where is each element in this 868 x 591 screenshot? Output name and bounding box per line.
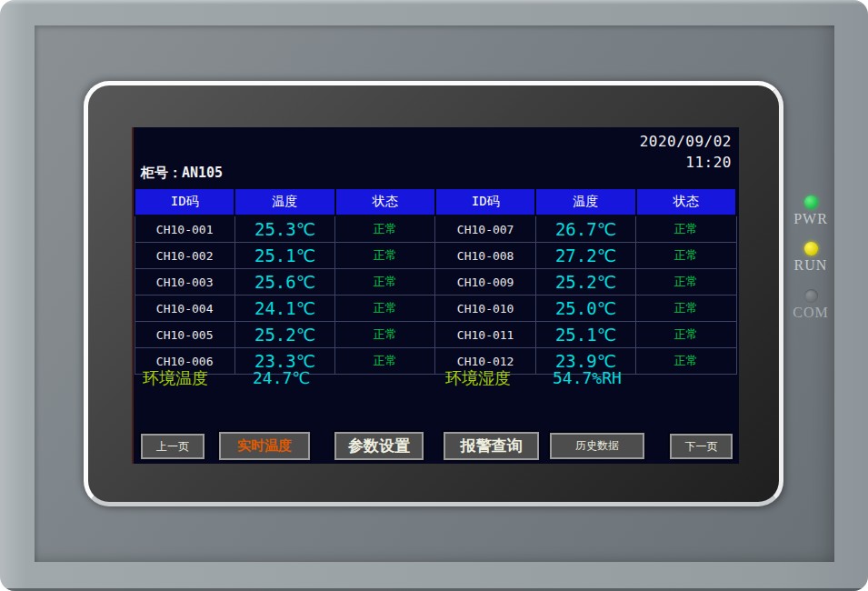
status-cell: 正常: [636, 322, 736, 348]
ambient-temperature-label: 环境温度: [143, 367, 208, 389]
ambient-temperature-value: 24.7℃: [253, 368, 311, 387]
temperature-cell: 25.2℃: [234, 322, 334, 348]
status-cell: 正常: [335, 322, 435, 348]
alarm-query-button[interactable]: 报警查询: [444, 432, 539, 460]
run-led-label: RUN: [787, 257, 834, 274]
run-led-icon: [804, 242, 818, 255]
history-data-button[interactable]: 历史数据: [550, 433, 644, 459]
hmi-device-bezel: 2020/09/02 11:20 柜号：AN105 ID码 温度 状态 ID码 …: [0, 0, 868, 591]
status-cell: 正常: [636, 296, 736, 322]
channel-id-cell: CH10-009: [435, 269, 535, 296]
status-cell: 正常: [636, 215, 736, 243]
header-temp-col-1: 温度: [234, 188, 334, 215]
temperature-cell: 25.1℃: [535, 322, 635, 348]
next-page-button[interactable]: 下一页: [670, 434, 733, 459]
channel-id-cell: CH10-008: [435, 243, 535, 269]
header-temp-col-2: 温度: [535, 188, 635, 215]
time-display: 11:20: [685, 154, 732, 171]
channel-id-cell: CH10-004: [135, 296, 234, 322]
status-cell: 正常: [335, 243, 435, 269]
channel-id-cell: CH10-005: [135, 322, 234, 348]
cabinet-id-label: 柜号：AN105: [141, 165, 223, 182]
temperature-cell: 26.7℃: [535, 215, 635, 243]
table-row: CH10-004 24.1℃ 正常 CH10-010 25.0℃ 正常: [135, 296, 736, 322]
table-row: CH10-006 23.3℃ 正常 CH10-012 23.9℃ 正常: [135, 348, 736, 375]
channel-temperature-table: ID码 温度 状态 ID码 温度 状态 CH10-001 25.3℃ 正常 CH…: [134, 187, 737, 375]
temperature-cell: 24.1℃: [234, 296, 334, 322]
status-cell: 正常: [636, 243, 736, 269]
param-settings-button[interactable]: 参数设置: [334, 432, 424, 460]
power-led-label: PWR: [787, 211, 834, 227]
com-led-label: COM: [787, 305, 834, 321]
run-led-group: RUN: [787, 242, 834, 274]
table-row: CH10-001 25.3℃ 正常 CH10-007 26.7℃ 正常: [135, 215, 736, 243]
header-status-col-2: 状态: [636, 188, 736, 215]
com-led-group: COM: [787, 289, 834, 321]
header-id-col-1: ID码: [135, 188, 234, 215]
temperature-cell: 25.2℃: [535, 269, 635, 296]
table-row: CH10-003 25.6℃ 正常 CH10-009 25.2℃ 正常: [135, 269, 736, 296]
header-status-col-1: 状态: [335, 188, 435, 215]
ambient-humidity-label: 环境湿度: [445, 367, 511, 389]
channel-id-cell: CH10-010: [435, 296, 535, 322]
table-row: CH10-005 25.2℃ 正常 CH10-011 25.1℃ 正常: [135, 322, 736, 348]
status-cell: 正常: [335, 269, 435, 296]
temperature-cell: 25.6℃: [234, 269, 334, 296]
temperature-cell: 27.2℃: [535, 243, 635, 269]
realtime-temp-button[interactable]: 实时温度: [219, 432, 310, 460]
channel-id-cell: CH10-001: [135, 215, 234, 243]
channel-id-cell: CH10-007: [435, 215, 535, 243]
prev-page-button[interactable]: 上一页: [141, 434, 205, 459]
channel-id-cell: CH10-003: [135, 269, 234, 296]
power-led-group: PWR: [787, 195, 834, 227]
channel-id-cell: CH10-002: [135, 243, 234, 269]
date-display: 2020/09/02: [640, 133, 732, 150]
table-row: CH10-002 25.1℃ 正常 CH10-008 27.2℃ 正常: [135, 243, 736, 269]
temperature-cell: 25.3℃: [234, 215, 334, 243]
status-cell: 正常: [335, 348, 435, 375]
com-led-icon: [804, 289, 818, 303]
ambient-humidity-value: 54.7%RH: [553, 368, 622, 387]
temperature-cell: 25.1℃: [234, 243, 334, 269]
channel-id-cell: CH10-011: [435, 322, 535, 348]
status-cell: 正常: [335, 296, 435, 322]
power-led-icon: [804, 195, 818, 209]
status-cell: 正常: [636, 348, 736, 375]
status-cell: 正常: [335, 215, 435, 243]
temperature-cell: 25.0℃: [535, 296, 635, 322]
header-id-col-2: ID码: [435, 188, 535, 215]
status-cell: 正常: [636, 269, 736, 296]
table-header-row: ID码 温度 状态 ID码 温度 状态: [135, 188, 736, 215]
lcd-screen: 2020/09/02 11:20 柜号：AN105 ID码 温度 状态 ID码 …: [132, 127, 739, 464]
